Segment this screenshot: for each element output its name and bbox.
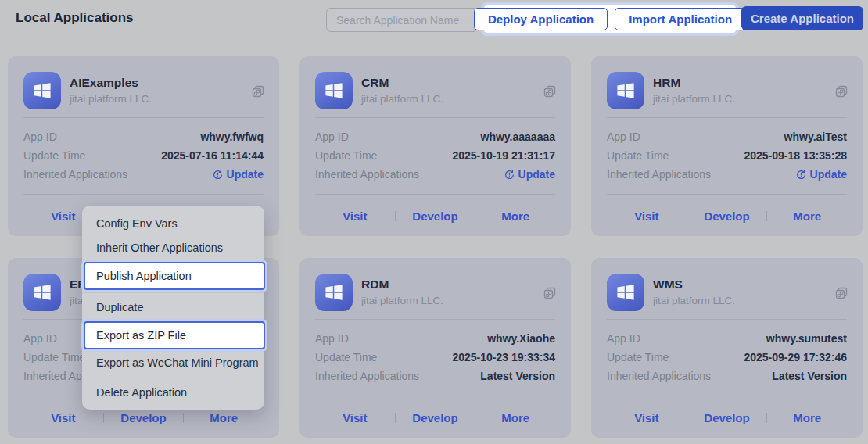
app-id-value: whwy.fwfwq: [200, 131, 264, 143]
app-card-hrm: HRM jitai platform LLC. App ID whwy.aiTe…: [591, 56, 863, 236]
app-card-rdm: RDM jitai platform LLC. App ID whwy.Xiao…: [299, 258, 571, 438]
menu-divider: [82, 292, 264, 293]
menu-item[interactable]: Export as WeChat Mini Program: [82, 351, 264, 375]
card-header: WMS jitai platform LLC.: [607, 258, 847, 311]
update-time-row: Update Time 2025-09-18 13:35:28: [607, 146, 847, 165]
update-link[interactable]: Update: [796, 168, 847, 181]
app-vendor: jitai platform LLC.: [653, 92, 735, 106]
app-name: HRM: [653, 75, 735, 91]
card-divider-top: [23, 117, 264, 118]
menu-item[interactable]: Duplicate: [82, 295, 264, 320]
develop-link[interactable]: Develop: [687, 411, 767, 424]
visit-link[interactable]: Visit: [23, 411, 103, 424]
develop-link[interactable]: Develop: [396, 209, 475, 223]
card-divider-bottom: [607, 194, 847, 195]
app-id-row: App ID whwy.Xiaohe: [315, 329, 555, 348]
inherited-applications-row: Inherited Applications Update: [315, 165, 555, 184]
card-info-rows: App ID whwy.aaaaaaa Update Time 2025-10-…: [315, 127, 555, 184]
visit-link[interactable]: Visit: [315, 411, 395, 424]
inherited-applications-row: Inherited Applications Update: [23, 165, 264, 184]
deploy-application-button[interactable]: Deploy Application: [474, 8, 608, 30]
card-divider-top: [607, 117, 847, 118]
card-header: CRM jitai platform LLC.: [315, 56, 555, 109]
visit-link[interactable]: Visit: [607, 209, 687, 223]
card-divider-top: [315, 319, 555, 320]
update-time-row: Update Time 2025-10-19 21:31:17: [315, 146, 555, 165]
app-id-label: App ID: [23, 131, 57, 143]
latest-version-value: Latest Version: [772, 370, 847, 382]
import-application-button[interactable]: Import Application: [615, 8, 746, 30]
visit-link[interactable]: Visit: [607, 411, 687, 424]
app-id-row: App ID whwy.fwfwq: [23, 127, 264, 146]
update-link-label: Update: [810, 168, 847, 181]
app-title-block: CRM jitai platform LLC.: [361, 75, 443, 106]
update-time-label: Update Time: [315, 149, 377, 162]
copy-link-icon[interactable]: [543, 84, 557, 102]
card-footer: Visit Develop More: [607, 406, 847, 429]
update-time-row: Update Time 2025-07-16 11:14:44: [23, 146, 264, 165]
more-link[interactable]: More: [184, 411, 264, 424]
card-divider-bottom: [607, 396, 847, 396]
app-card-wms: WMS jitai platform LLC. App ID whwy.sumu…: [591, 258, 863, 438]
app-id-label: App ID: [315, 131, 349, 143]
app-id-label: App ID: [315, 332, 349, 345]
update-time-value: 2025-10-23 19:33:34: [452, 351, 555, 363]
windows-app-icon: [607, 274, 644, 311]
menu-item[interactable]: Publish Application: [84, 262, 265, 290]
update-time-label: Update Time: [315, 351, 377, 363]
inherited-applications-label: Inherited Applications: [315, 370, 419, 382]
app-id-value: whwy.aiTest: [784, 131, 847, 143]
latest-version-value: Latest Version: [480, 370, 555, 382]
card-info-rows: App ID whwy.fwfwq Update Time 2025-07-16…: [23, 127, 264, 184]
search-input[interactable]: [326, 8, 478, 32]
app-name: CRM: [361, 75, 443, 91]
app-id-row: App ID whwy.aaaaaaa: [315, 127, 555, 146]
update-time-value: 2025-09-18 13:35:28: [744, 149, 847, 162]
develop-link[interactable]: Develop: [396, 411, 475, 424]
update-time-value: 2025-10-19 21:31:17: [452, 149, 555, 162]
copy-link-icon[interactable]: [834, 286, 848, 303]
update-time-label: Update Time: [23, 351, 85, 363]
app-id-row: App ID whwy.sumutest: [607, 329, 847, 348]
more-link[interactable]: More: [475, 209, 555, 223]
update-link[interactable]: Update: [504, 168, 555, 181]
page-title: Local Applications: [16, 10, 134, 26]
app-vendor: jitai platform LLC.: [70, 92, 152, 106]
app-card-crm: CRM jitai platform LLC. App ID whwy.aaaa…: [299, 56, 571, 236]
card-info-rows: App ID whwy.sumutest Update Time 2025-09…: [607, 329, 847, 385]
windows-app-icon: [315, 72, 353, 109]
copy-link-icon[interactable]: [251, 84, 265, 102]
context-menu: Config Env VarsInherit Other Application…: [82, 206, 264, 410]
more-link[interactable]: More: [767, 209, 847, 223]
app-name: WMS: [653, 277, 735, 292]
inherited-applications-label: Inherited Applications: [23, 168, 127, 181]
copy-link-icon[interactable]: [834, 84, 848, 102]
app-id-label: App ID: [23, 332, 57, 345]
more-link[interactable]: More: [767, 411, 847, 424]
develop-link[interactable]: Develop: [104, 411, 184, 424]
menu-item[interactable]: Export as ZIP File: [84, 321, 265, 349]
windows-app-icon: [607, 72, 644, 109]
update-time-row: Update Time 2025-09-29 17:32:46: [607, 348, 847, 367]
app-title-block: RDM jitai platform LLC.: [361, 277, 443, 308]
more-link[interactable]: More: [475, 411, 555, 424]
develop-link[interactable]: Develop: [687, 209, 767, 223]
copy-link-icon[interactable]: [543, 286, 557, 303]
app-id-label: App ID: [607, 131, 640, 143]
update-alert-icon: [213, 170, 223, 180]
create-application-button[interactable]: Create Application: [741, 6, 863, 30]
update-link[interactable]: Update: [213, 168, 264, 181]
app-title-block: HRM jitai platform LLC.: [653, 75, 735, 106]
menu-item[interactable]: Inherit Other Applications: [82, 236, 264, 260]
app-name: RDM: [361, 277, 443, 292]
update-time-row: Update Time 2025-10-23 19:33:34: [315, 348, 555, 367]
menu-item[interactable]: Config Env Vars: [82, 212, 264, 236]
inherited-applications-label: Inherited Applications: [607, 370, 711, 382]
app-title-block: WMS jitai platform LLC.: [653, 277, 735, 308]
visit-link[interactable]: Visit: [315, 209, 395, 223]
update-alert-icon: [504, 170, 515, 180]
card-footer: Visit Develop More: [607, 204, 847, 227]
app-vendor: jitai platform LLC.: [653, 294, 735, 308]
menu-divider: [82, 378, 264, 378]
menu-item[interactable]: Delete Application: [82, 381, 264, 405]
